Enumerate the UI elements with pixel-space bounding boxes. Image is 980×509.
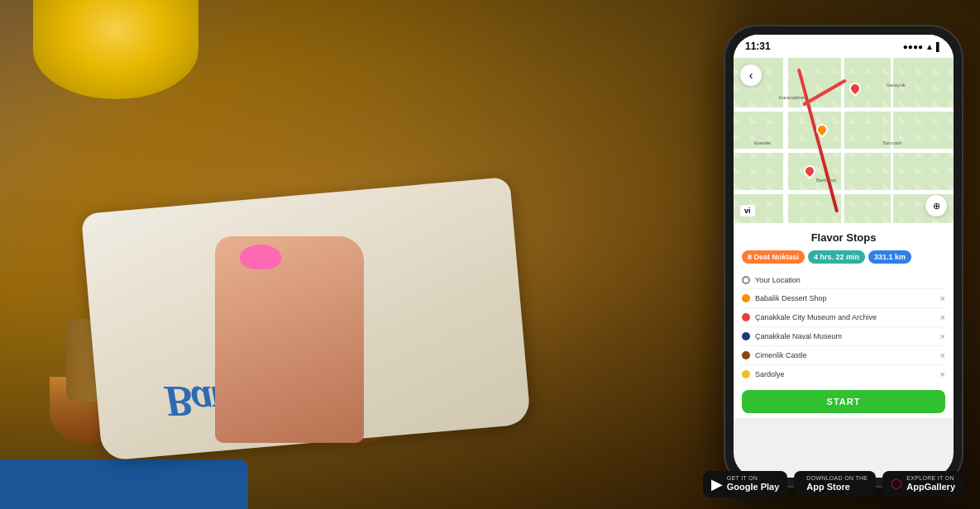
map-label-sancanli: Sancanli (882, 140, 901, 145)
app-gallery-sub: EXPLORE IT ON (906, 475, 955, 481)
stop-item-1: Babalik Dessert Shop × (742, 289, 945, 308)
app-gallery-text: EXPLORE IT ON AppGallery (906, 475, 955, 492)
google-play-badge[interactable]: ▶ GET IT ON Google Play (703, 471, 788, 497)
stop-name-4: Cimenlik Castle (755, 351, 935, 359)
stop-remove-2[interactable]: × (940, 312, 945, 322)
panel-title: Flavor Stops (742, 231, 945, 244)
stat-stops: 8 Deat Noktasi (742, 250, 805, 264)
map-label-esenler: Esenler (754, 140, 771, 145)
stop-name-3: Çanakkale Naval Museum (755, 332, 935, 340)
wifi-icon: ▲ (925, 42, 934, 51)
hand (215, 236, 364, 443)
google-play-icon: ▶ (711, 475, 723, 493)
app-store-badge[interactable]: Download on the App Store (794, 471, 876, 497)
stop-item-4: Cimenlik Castle × (742, 346, 945, 365)
stats-row: 8 Deat Noktasi 4 hrs. 22 min 331.1 km (742, 250, 945, 264)
start-button[interactable]: START (742, 390, 945, 413)
app-gallery-main: AppGallery (906, 481, 955, 492)
sandwich-area: Bardiye (50, 96, 562, 443)
map-label-saraycik: Saraycik (887, 83, 906, 88)
battery-icon: ▌ (936, 42, 942, 51)
stop-remove-3[interactable]: × (940, 331, 945, 341)
huawei-icon: ⬡ (891, 476, 902, 492)
status-icons: ●●●● ▲ ▌ (903, 42, 942, 51)
stop-dot-5 (742, 370, 750, 378)
status-bar: 11:31 ●●●● ▲ ▌ (734, 35, 954, 58)
app-store-main: App Store (806, 481, 868, 492)
google-play-sub: GET IT ON (727, 475, 780, 481)
stop-dot-location (742, 276, 750, 284)
phone-mockup: 11:31 ●●●● ▲ ▌ (724, 25, 963, 488)
map-back-button[interactable]: ‹ (740, 64, 762, 86)
map-road-horiz-1 (734, 107, 954, 112)
status-time: 11:31 (745, 40, 771, 52)
stat-time: 4 hrs. 22 min (808, 250, 865, 264)
locate-icon: ⊕ (933, 201, 940, 212)
yellow-bowl (33, 0, 198, 99)
stop-dot-3 (742, 332, 750, 340)
stop-remove-4[interactable]: × (940, 350, 945, 360)
back-icon: ‹ (749, 69, 753, 82)
stop-remove-5[interactable]: × (940, 369, 945, 379)
map-badge: vi (740, 205, 755, 216)
app-gallery-badge[interactable]: ⬡ EXPLORE IT ON AppGallery (882, 471, 963, 497)
stop-item-3: Çanakkale Naval Museum × (742, 327, 945, 346)
map-locate-button[interactable]: ⊕ (925, 195, 947, 216)
map-road-horiz-2 (734, 149, 954, 153)
stop-name-2: Çanakkale City Museum and Archive (755, 313, 935, 321)
phone-screen: 11:31 ●●●● ▲ ▌ (734, 35, 954, 478)
fingernail (240, 245, 281, 269)
app-panel: Flavor Stops 8 Deat Noktasi 4 hrs. 22 mi… (734, 223, 954, 418)
map-road-vertical-1 (783, 58, 788, 223)
app-store-sub: Download on the (806, 475, 868, 481)
map-label-barbaros: Barbaros (816, 178, 836, 183)
stop-dot-1 (742, 294, 750, 302)
map-road-horiz-3 (734, 190, 954, 194)
stop-name-1: Babalik Dessert Shop (755, 294, 935, 302)
phone-frame: 11:31 ●●●● ▲ ▌ (724, 25, 963, 488)
map-area: Karacadiren Esenler Barbaros Saraycik Sa… (734, 58, 954, 223)
app-store-text: Download on the App Store (806, 475, 868, 492)
stop-dot-4 (742, 351, 750, 359)
stop-name-5: Sardolye (755, 370, 935, 378)
signal-icon: ●●●● (903, 42, 923, 51)
stop-dot-2 (742, 313, 750, 321)
google-play-text: GET IT ON Google Play (727, 475, 780, 492)
stop-item-0: Your Location (742, 272, 945, 289)
stop-item-2: Çanakkale City Museum and Archive × (742, 308, 945, 327)
stop-name-0: Your Location (755, 276, 945, 284)
stop-item-5: Sardolye × (742, 365, 945, 383)
store-badges-container: ▶ GET IT ON Google Play Download on the … (703, 471, 963, 497)
blue-box (0, 459, 248, 509)
map-label-karacadiren: Karacadiren (779, 95, 806, 100)
google-play-main: Google Play (727, 481, 780, 492)
stop-remove-1[interactable]: × (940, 293, 945, 303)
stat-distance: 331.1 km (868, 250, 911, 264)
